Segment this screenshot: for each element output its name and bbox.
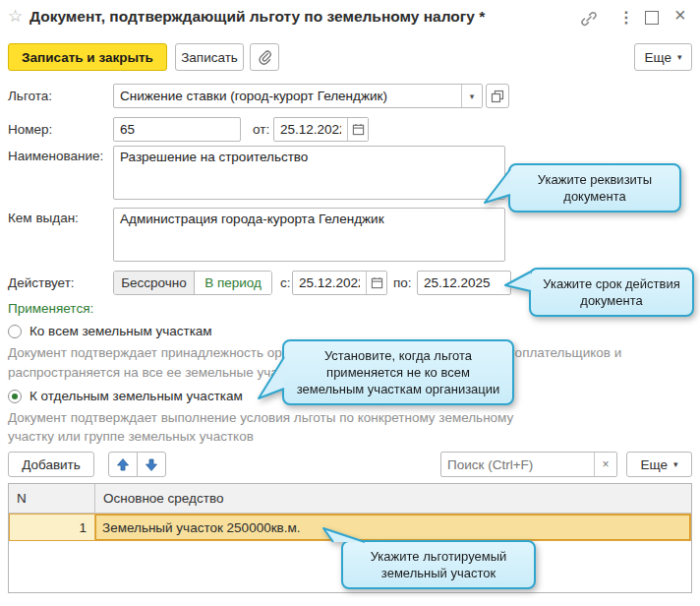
period-to-field xyxy=(417,271,511,295)
more-button-list[interactable]: Еще ▾ xyxy=(626,452,692,477)
hint-separate-line1: Документ подтверждает выполнение условия… xyxy=(8,410,513,425)
number-input[interactable] xyxy=(114,118,240,141)
date-field xyxy=(273,117,369,142)
benefit-dropdown-button[interactable]: ▾ xyxy=(461,85,482,107)
search-input[interactable] xyxy=(441,453,594,476)
more-button-label: Еще xyxy=(645,50,671,65)
add-row-button[interactable]: Добавить xyxy=(8,452,94,477)
column-header-n[interactable]: N xyxy=(9,484,95,513)
move-down-button[interactable] xyxy=(137,452,166,477)
date-calendar-button[interactable] xyxy=(347,118,368,141)
save-and-close-button[interactable]: Записать и закрыть xyxy=(8,43,167,71)
period-toggle-button[interactable]: В период xyxy=(194,272,271,294)
move-up-button[interactable] xyxy=(108,452,138,477)
issuer-label: Кем выдан: xyxy=(8,211,79,225)
period-to-label: по: xyxy=(393,275,412,290)
close-icon[interactable]: × xyxy=(674,6,686,24)
document-window: ☆ Документ, подтверждающий льготу по зем… xyxy=(0,0,700,606)
name-textarea[interactable]: Разрешение на строительство xyxy=(113,146,505,200)
number-label: Номер: xyxy=(8,122,52,137)
benefit-combo: ▾ xyxy=(113,84,483,108)
date-label: от: xyxy=(253,122,269,137)
radio-separate-parcels-label[interactable]: К отдельным земельным участкам xyxy=(29,389,243,403)
row-number-cell[interactable]: 1 xyxy=(10,515,95,540)
number-field xyxy=(113,117,241,142)
benefit-input[interactable] xyxy=(114,85,461,107)
clear-x-icon: × xyxy=(602,457,609,471)
period-to-input[interactable] xyxy=(418,272,510,294)
arrow-up-icon xyxy=(116,457,130,472)
save-button[interactable]: Записать xyxy=(175,43,244,71)
applies-label: Применяется: xyxy=(8,301,93,316)
radio-separate-parcels[interactable] xyxy=(8,390,22,403)
period-from-input[interactable] xyxy=(293,272,366,294)
calendar-icon xyxy=(352,123,365,136)
chevron-down-icon: ▾ xyxy=(470,91,475,101)
calendar-icon xyxy=(371,276,383,289)
attachments-button[interactable] xyxy=(250,43,279,71)
validity-toggle: Бессрочно В период xyxy=(113,271,272,295)
chevron-down-icon: ▾ xyxy=(673,459,678,469)
period-from-field xyxy=(292,271,387,295)
search-field: × xyxy=(440,452,617,477)
tooltip-validity-period: Укажите срок действия документа xyxy=(529,268,694,317)
period-from-label: с: xyxy=(280,275,291,290)
benefit-open-button[interactable] xyxy=(486,84,509,108)
row-asset-cell[interactable]: Земельный участок 250000кв.м. xyxy=(95,515,690,540)
tooltip-document-details: Укажите реквизиты документа xyxy=(508,163,681,212)
column-header-asset[interactable]: Основное средство xyxy=(95,484,691,513)
menu-kebab-icon[interactable]: ⋮ xyxy=(618,8,634,27)
more-list-label: Еще xyxy=(641,457,668,472)
name-label: Наименование: xyxy=(8,149,103,163)
table-header: N Основное средство xyxy=(9,484,691,514)
paperclip-icon xyxy=(257,49,272,65)
chevron-down-icon: ▾ xyxy=(677,52,682,62)
open-form-icon xyxy=(491,90,504,103)
date-input[interactable] xyxy=(274,118,347,141)
issuer-textarea[interactable]: Администрация города-курорта Геленджик xyxy=(113,208,505,262)
benefit-label: Льгота: xyxy=(8,89,52,103)
get-link-icon[interactable] xyxy=(578,9,600,29)
tooltip-applies-mode: Установите, когда льгота применяется не … xyxy=(282,339,514,405)
more-button-top[interactable]: Еще ▾ xyxy=(634,43,692,71)
radio-all-parcels[interactable] xyxy=(8,325,22,338)
perpetual-toggle-button[interactable]: Бессрочно xyxy=(114,272,194,294)
search-clear-button[interactable]: × xyxy=(594,453,616,476)
radio-all-parcels-label[interactable]: Ко всем земельным участкам xyxy=(29,324,212,338)
favorite-star-icon[interactable]: ☆ xyxy=(8,8,23,26)
period-from-calendar-button[interactable] xyxy=(366,272,386,294)
maximize-icon[interactable] xyxy=(645,11,659,25)
window-title: Документ, подтверждающий льготу по земел… xyxy=(29,8,485,26)
tooltip-benefit-parcel: Укажите льготируемый земельный участок xyxy=(341,540,536,589)
arrow-down-icon xyxy=(145,457,158,472)
validity-label: Действует: xyxy=(8,275,75,290)
hint-separate-line2: участку или группе земельных участков xyxy=(8,429,254,444)
